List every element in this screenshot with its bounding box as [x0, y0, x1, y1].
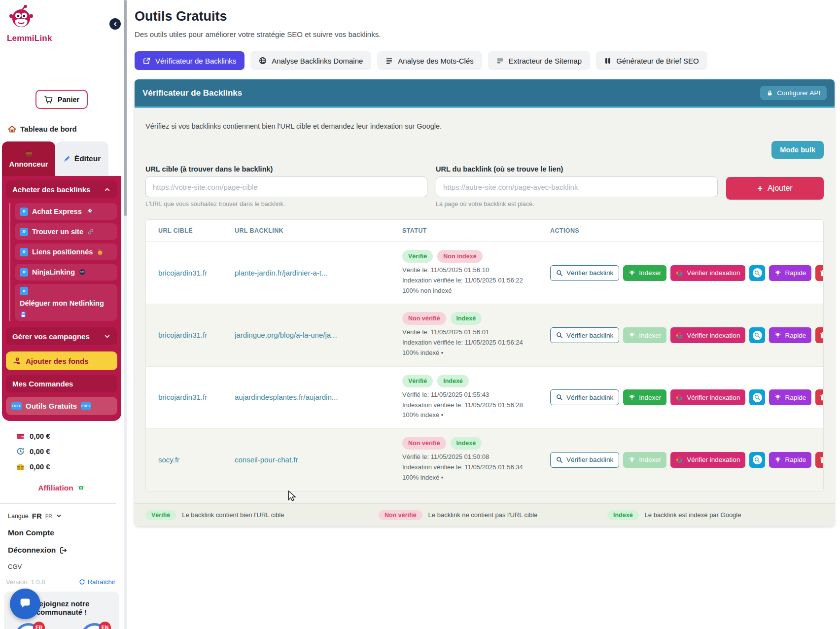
sidebar-scrollbar-thumb[interactable] — [124, 0, 127, 216]
index-rate: 100% indexé ▪ — [402, 348, 550, 358]
quick-index-button[interactable]: Rapide — [769, 389, 811, 405]
sidebar: LemmiLink Panier Tableau de bord Annonce… — [0, 0, 123, 629]
community-en-link[interactable]: EN — [81, 623, 108, 629]
fast-forward-icon — [20, 228, 28, 236]
table-row: bricojardin31.fr plante-jardin.fr/jardin… — [146, 242, 823, 304]
free-icon — [11, 402, 22, 410]
indexation-date: Indexation vérifiée le: 11/05/2025 01:56… — [402, 276, 550, 286]
indexation-date: Indexation vérifiée le: 11/05/2025 01:56… — [402, 400, 550, 411]
link-icon — [87, 228, 94, 235]
lightbulb-icon — [774, 394, 781, 401]
sidebar-item-ninjalinking[interactable]: NinjaLinking — [15, 264, 117, 280]
google-icon — [676, 332, 683, 339]
add-button[interactable]: + Ajouter — [726, 177, 824, 200]
sidebar-item-mes-commandes[interactable]: Mes Commandes — [6, 375, 117, 392]
app-logo[interactable]: LemmiLink — [0, 0, 123, 43]
tab-editeur[interactable]: Éditeur — [55, 141, 108, 176]
verify-backlink-button[interactable]: Vérifier backlink — [550, 452, 619, 468]
chevron-down-icon — [56, 513, 62, 519]
target-url-link[interactable]: socy.fr — [158, 455, 179, 464]
delete-button[interactable] — [815, 452, 824, 468]
trash-icon — [819, 332, 824, 339]
col-url-backlink: URL BACKLINK — [235, 227, 402, 234]
backlink-url-link[interactable]: conseil-pour-chat.fr — [235, 455, 298, 464]
verified-badge: Vérifié — [402, 250, 433, 263]
search-icon — [556, 394, 563, 401]
google-icon — [676, 456, 683, 463]
verify-backlink-button[interactable]: Vérifier backlink — [550, 265, 619, 281]
tab-annonceur[interactable]: Annonceur — [2, 141, 55, 176]
search-icon — [556, 270, 563, 277]
mode-bulk-button[interactable]: Mode bulk — [771, 141, 824, 159]
tab-analyse-mots-cles[interactable]: Analyse des Mots-Clés — [377, 51, 482, 70]
verify-backlink-button[interactable]: Vérifier backlink — [550, 327, 619, 343]
target-url-link[interactable]: bricojardin31.fr — [158, 269, 207, 277]
quick-index-button[interactable]: Rapide — [769, 327, 811, 343]
legend-indexe: Indexé Le backlink est indexé par Google — [607, 510, 824, 520]
indexer-button[interactable]: Indexer — [623, 389, 666, 405]
tab-analyse-backlinks-domaine[interactable]: Analyse Backlinks Domaine — [250, 51, 371, 70]
inspect-button[interactable] — [749, 327, 765, 343]
delete-button[interactable] — [815, 389, 824, 405]
search-icon — [556, 456, 563, 463]
backlink-url-link[interactable]: plante-jardin.fr/jardinier-a-t... — [235, 269, 327, 277]
cart-button[interactable]: Panier — [35, 90, 88, 109]
search-circle-icon — [753, 331, 762, 340]
chat-widget-button[interactable] — [10, 589, 40, 619]
version-row: Version: 1.0.8 Rafraîchir — [0, 578, 123, 586]
tab-generateur-brief-seo[interactable]: Générateur de Brief SEO — [596, 51, 707, 70]
sidebar-item-deconnexion[interactable]: Déconnexion — [0, 546, 123, 555]
house-icon — [8, 125, 16, 133]
search-icon — [556, 332, 563, 339]
fr-badge: FR — [33, 622, 45, 629]
cgv-link[interactable]: CGV — [0, 563, 123, 570]
verify-indexation-button[interactable]: Vérifier indexation — [670, 265, 745, 281]
trash-icon — [819, 456, 824, 463]
sidebar-item-dashboard[interactable]: Tableau de bord — [0, 125, 123, 133]
inspect-button[interactable] — [749, 452, 765, 468]
affiliation-link[interactable]: Affiliation — [0, 484, 123, 492]
refresh-button[interactable]: Rafraîchir — [79, 578, 115, 586]
sidebar-item-deleguer-netlinking[interactable]: Déléguer mon Netlinking — [15, 284, 117, 321]
section-acheter-backlinks[interactable]: Acheter des backlinks — [6, 180, 117, 198]
indexer-button[interactable]: Indexer — [623, 265, 666, 281]
verify-indexation-button[interactable]: Vérifier indexation — [670, 327, 745, 343]
backlink-url-link[interactable]: aujardindesplantes.fr/aujardin... — [235, 393, 338, 401]
tab-extracteur-sitemap[interactable]: Extracteur de Sitemap — [488, 51, 590, 70]
sidebar-item-trouver-un-site[interactable]: Trouver un site — [15, 223, 117, 240]
panel-description: Vérifiez si vos backlinks contiennent bi… — [145, 122, 824, 130]
quick-index-button[interactable]: Rapide — [769, 265, 811, 281]
configure-api-button[interactable]: Configurer API — [760, 86, 827, 100]
community-fr-link[interactable]: FR — [15, 623, 42, 629]
delete-button[interactable] — [815, 327, 824, 343]
target-url-link[interactable]: bricojardin31.fr — [158, 393, 207, 401]
target-url-link[interactable]: bricojardin31.fr — [158, 331, 207, 339]
sidebar-item-liens-positionnes[interactable]: Liens positionnés 1 — [15, 244, 117, 260]
gift-icon — [16, 462, 25, 471]
inspect-button[interactable] — [749, 389, 765, 405]
backlink-url-input[interactable] — [436, 176, 718, 197]
search-circle-icon — [753, 393, 762, 402]
quick-index-button[interactable]: Rapide — [769, 452, 811, 468]
inspect-button[interactable] — [749, 265, 765, 281]
language-selector[interactable]: Langue FR FR — [0, 512, 123, 520]
verify-backlink-button[interactable]: Vérifier backlink — [550, 389, 619, 405]
verify-indexation-button[interactable]: Vérifier indexation — [670, 389, 745, 405]
sidebar-collapse-button[interactable] — [109, 18, 121, 30]
target-url-input[interactable] — [145, 176, 427, 197]
sidebar-item-ajouter-fonds[interactable]: $ Ajouter des fonds — [6, 351, 117, 370]
verify-indexation-button[interactable]: Vérifier indexation — [670, 452, 745, 468]
backlinks-table: URL CIBLE URL BACKLINK STATUT ACTIONS br… — [145, 219, 824, 491]
medal-icon: 1 — [97, 248, 104, 255]
sidebar-item-outils-gratuits[interactable]: Outils Gratuits — [6, 397, 117, 415]
fast-forward-icon — [20, 208, 28, 216]
delete-button[interactable] — [815, 265, 824, 281]
indexer-button-disabled: Indexer — [623, 452, 666, 468]
backlink-url-link[interactable]: jardingue.org/blog/a-la-une/ja... — [235, 331, 337, 339]
sidebar-item-achat-express[interactable]: Achat Express — [15, 203, 117, 220]
sidebar-item-mon-compte[interactable]: Mon Compte — [0, 528, 123, 537]
tab-verificateur-backlinks[interactable]: Vérificateur de Backlinks — [135, 51, 245, 70]
section-gerer-campagnes[interactable]: Gérer vos campagnes — [6, 327, 117, 345]
fast-forward-icon — [20, 268, 28, 277]
google-icon — [676, 394, 683, 401]
